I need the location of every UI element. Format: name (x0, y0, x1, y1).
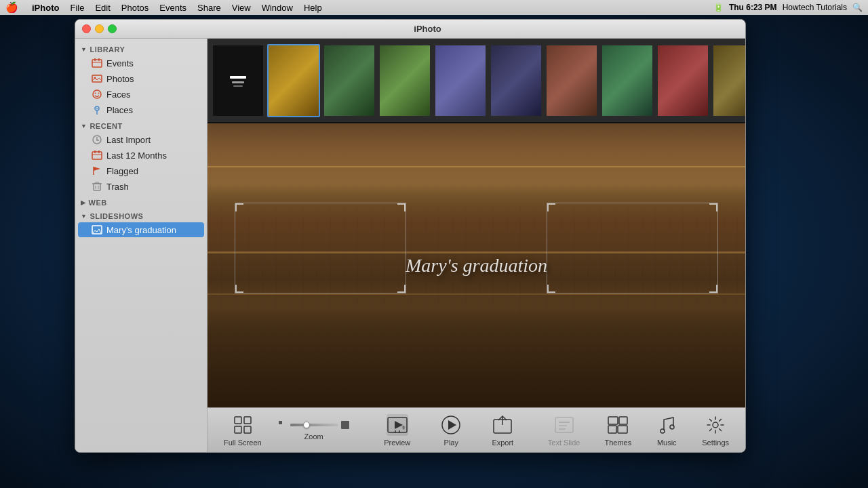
text-slide-icon (553, 414, 575, 436)
svg-rect-28 (244, 417, 251, 424)
toolbar-center: Preview Play (355, 411, 542, 449)
sidebar-item-marys-graduation[interactable]: Mary's graduation (78, 222, 204, 237)
web-arrow: ▶ (81, 199, 86, 206)
search-icon[interactable]: 🔍 (852, 3, 863, 12)
thumb-5-inner (491, 45, 541, 116)
slideshow-icon (92, 224, 102, 235)
crowd-main (208, 293, 745, 407)
svg-rect-32 (341, 421, 349, 429)
export-button[interactable]: Export (486, 411, 519, 449)
close-button[interactable] (82, 24, 91, 33)
svg-rect-27 (235, 417, 241, 424)
thumb-7-inner (602, 45, 652, 116)
full-screen-label: Full Screen (224, 439, 262, 447)
svg-rect-24 (230, 76, 246, 79)
file-menu[interactable]: File (70, 3, 84, 13)
zoom-control: Zoom (273, 418, 355, 443)
sidebar-item-faces[interactable]: Faces (78, 87, 204, 102)
share-menu[interactable]: Share (197, 3, 221, 13)
sidebar-item-last-import[interactable]: Last Import (78, 132, 204, 147)
recent-header[interactable]: ▼ RECENT (75, 121, 207, 131)
thumb-4[interactable] (434, 44, 487, 117)
sidebar-item-trash[interactable]: Trash (78, 179, 204, 194)
thumb-title-inner (213, 45, 263, 116)
full-screen-button[interactable]: Full Screen (218, 411, 267, 449)
svg-rect-46 (608, 417, 618, 424)
photos-menu[interactable]: Photos (121, 3, 149, 13)
web-header[interactable]: ▶ WEB (75, 197, 207, 208)
svg-point-51 (670, 425, 674, 429)
last-import-label: Last Import (106, 135, 151, 145)
zoom-thumb[interactable] (303, 422, 310, 428)
svg-rect-18 (94, 184, 100, 190)
thumb-9-inner (713, 45, 745, 116)
thumb-9[interactable] (712, 44, 745, 117)
zoom-slider[interactable] (290, 424, 338, 426)
sidebar-item-photos[interactable]: Photos (78, 71, 204, 86)
last-import-icon (92, 134, 102, 145)
play-label: Play (444, 439, 458, 447)
slideshows-arrow: ▼ (81, 213, 87, 220)
window-menu[interactable]: Window (262, 3, 293, 13)
library-header-label: LIBRARY (90, 45, 125, 54)
thumb-1[interactable] (267, 44, 320, 117)
text-slide-button[interactable]: Text Slide (542, 411, 586, 449)
library-arrow: ▼ (81, 46, 87, 53)
zoom-track (290, 424, 338, 426)
preview-title-overlay: Mary's graduation (406, 255, 547, 277)
thumb-title-slide[interactable] (212, 44, 264, 117)
sidebar-item-last-12-months[interactable]: Last 12 Months (78, 148, 204, 163)
themes-button[interactable]: Themes (599, 411, 637, 449)
sidebar-item-places[interactable]: Places (78, 102, 204, 117)
svg-rect-4 (92, 75, 102, 82)
marys-graduation-label: Mary's graduation (106, 225, 176, 235)
music-button[interactable]: Music (650, 411, 683, 449)
thumb-6[interactable] (545, 44, 598, 117)
web-header-label: WEB (89, 199, 107, 207)
svg-rect-2 (98, 58, 100, 61)
sidebar-item-events[interactable]: Events (78, 56, 204, 70)
menubar-right: 🔋 Thu 6:23 PM Howtech Tutorials 🔍 (713, 3, 863, 12)
svg-point-10 (96, 108, 98, 109)
library-header[interactable]: ▼ LIBRARY (75, 44, 207, 55)
play-button[interactable]: Play (435, 411, 467, 449)
apple-menu[interactable]: 🍎 (5, 1, 18, 14)
last-12-months-icon (92, 150, 102, 161)
svg-rect-48 (608, 426, 616, 433)
events-menu[interactable]: Events (159, 3, 186, 13)
svg-rect-12 (92, 152, 102, 159)
battery-icon: 🔋 (713, 3, 724, 12)
thumb-8[interactable] (656, 44, 709, 117)
slideshows-header[interactable]: ▼ SLIDESHOWS (75, 211, 207, 222)
menubar: 🍎 iPhoto File Edit Photos Events Share V… (0, 0, 868, 15)
maximize-button[interactable] (108, 24, 117, 33)
photos-icon (92, 73, 102, 84)
thumb-7[interactable] (601, 44, 654, 117)
slideshows-section: ▼ SLIDESHOWS Mary's graduation (75, 211, 207, 238)
svg-point-50 (660, 429, 665, 433)
music-label: Music (657, 439, 677, 447)
minimize-button[interactable] (95, 24, 104, 33)
slideshows-header-label: SLIDESHOWS (90, 212, 143, 220)
thumb-6-inner (547, 45, 597, 116)
svg-rect-13 (94, 150, 96, 153)
zoom-large-icon (340, 420, 350, 430)
photo-strip[interactable] (208, 39, 745, 123)
svg-rect-0 (92, 60, 102, 67)
selection-box-right (547, 203, 719, 293)
settings-button[interactable]: Settings (696, 411, 734, 449)
photos-label: Photos (106, 74, 134, 84)
thumb-3[interactable] (378, 44, 431, 117)
svg-rect-47 (619, 417, 627, 424)
view-menu[interactable]: View (232, 3, 251, 13)
help-menu[interactable]: Help (304, 3, 322, 13)
sidebar-item-flagged[interactable]: Flagged (78, 163, 204, 178)
preview-button[interactable]: Preview (378, 411, 416, 449)
edit-menu[interactable]: Edit (95, 3, 110, 13)
titlebar: iPhoto (75, 20, 745, 39)
thumb-2[interactable] (323, 44, 376, 117)
app-menu[interactable]: iPhoto (32, 3, 59, 13)
places-label: Places (106, 105, 133, 115)
svg-marker-17 (94, 167, 100, 171)
thumb-5[interactable] (490, 44, 542, 117)
